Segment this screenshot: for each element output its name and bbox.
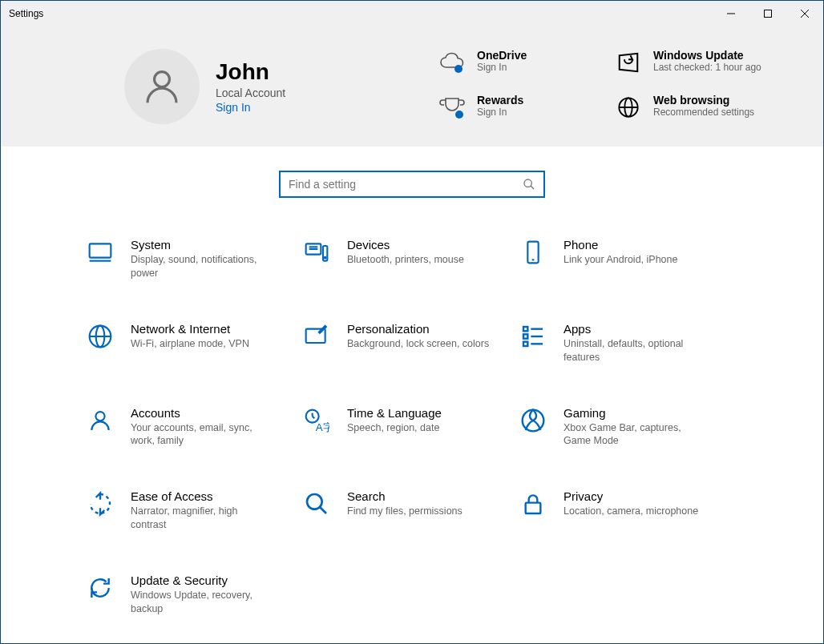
- category-sub: Speech, region, date: [347, 421, 442, 435]
- category-title: Ease of Access: [131, 489, 275, 503]
- svg-point-37: [307, 494, 322, 509]
- system-icon: [87, 239, 113, 265]
- category-sub: Uninstall, defaults, optional features: [563, 337, 708, 364]
- category-ease-of-access[interactable]: Ease of Access Narrator, magnifier, high…: [87, 489, 304, 532]
- windows-update-icon: [615, 49, 642, 76]
- user-block: John Local Account Sign In: [124, 49, 438, 124]
- category-time-language[interactable]: A字 Time & Language Speech, region, date: [304, 406, 520, 449]
- search-wrap: [1, 147, 823, 238]
- status-title: Rewards: [477, 94, 523, 107]
- status-rewards[interactable]: Rewards Sign In: [438, 94, 599, 124]
- category-title: System: [131, 238, 275, 252]
- time-language-icon: A字: [304, 408, 329, 433]
- category-devices[interactable]: Devices Bluetooth, printers, mouse: [304, 238, 520, 280]
- category-personalization[interactable]: Personalization Background, lock screen,…: [304, 322, 520, 364]
- category-privacy[interactable]: Privacy Location, camera, microphone: [520, 489, 737, 532]
- status-web-browsing[interactable]: Web browsing Recommended settings: [615, 94, 775, 124]
- svg-point-10: [524, 179, 531, 187]
- svg-rect-12: [90, 244, 111, 257]
- category-sub: Narrator, magnifier, high contrast: [131, 505, 275, 532]
- category-title: Time & Language: [347, 406, 442, 420]
- status-title: Web browsing: [653, 94, 754, 107]
- search-input[interactable]: [289, 178, 523, 191]
- network-icon: [87, 324, 113, 349]
- svg-rect-27: [523, 334, 527, 338]
- category-sub: Display, sound, notifications, power: [131, 253, 275, 280]
- rewards-icon: [438, 94, 466, 121]
- svg-text:A字: A字: [316, 421, 329, 433]
- svg-point-6: [455, 111, 463, 119]
- content: System Display, sound, notifications, po…: [1, 147, 823, 643]
- update-security-icon: [87, 575, 113, 601]
- status-title: Windows Update: [653, 49, 761, 62]
- window-title: Settings: [9, 8, 43, 19]
- category-sub: Location, camera, microphone: [563, 505, 698, 518]
- status-sub: Sign In: [477, 62, 527, 74]
- category-title: Personalization: [347, 322, 489, 336]
- status-onedrive[interactable]: OneDrive Sign In: [438, 49, 599, 79]
- status-windows-update[interactable]: Windows Update Last checked: 1 hour ago: [615, 49, 775, 79]
- category-title: Apps: [563, 322, 708, 336]
- category-title: Network & Internet: [131, 322, 249, 336]
- close-button[interactable]: [786, 1, 823, 26]
- svg-line-38: [320, 507, 326, 513]
- category-title: Phone: [563, 238, 677, 252]
- category-sub: Wi-Fi, airplane mode, VPN: [131, 337, 249, 351]
- search-icon: [523, 178, 535, 191]
- category-sub: Bluetooth, printers, mouse: [347, 253, 464, 267]
- category-title: Update & Security: [131, 574, 275, 587]
- window-controls: [713, 1, 823, 26]
- user-text: John Local Account Sign In: [216, 59, 285, 114]
- category-accounts[interactable]: Accounts Your accounts, email, sync, wor…: [87, 406, 304, 449]
- category-title: Devices: [347, 238, 464, 252]
- gaming-icon: [520, 408, 546, 433]
- category-sub: Your accounts, email, sync, work, family: [131, 421, 275, 449]
- category-search[interactable]: Search Find my files, permissions: [304, 489, 520, 532]
- category-apps[interactable]: Apps Uninstall, defaults, optional featu…: [520, 322, 737, 364]
- minimize-icon: [727, 10, 735, 18]
- status-grid: OneDrive Sign In Windows Update Last che…: [438, 49, 775, 124]
- svg-line-11: [531, 186, 534, 189]
- svg-point-16: [325, 257, 326, 259]
- privacy-icon: [520, 491, 546, 517]
- category-gaming[interactable]: Gaming Xbox Game Bar, captures, Game Mod…: [520, 406, 737, 449]
- phone-icon: [520, 239, 546, 265]
- maximize-icon: [764, 10, 772, 18]
- search-box[interactable]: [279, 171, 545, 198]
- category-system[interactable]: System Display, sound, notifications, po…: [87, 238, 304, 280]
- search-category-icon: [304, 491, 329, 517]
- svg-rect-25: [523, 327, 527, 331]
- sign-in-link[interactable]: Sign In: [216, 101, 285, 114]
- account-type: Local Account: [216, 87, 285, 99]
- category-sub: Windows Update, recovery, backup: [131, 589, 275, 616]
- titlebar: Settings: [1, 1, 823, 26]
- status-sub: Recommended settings: [653, 107, 754, 119]
- minimize-button[interactable]: [713, 1, 749, 26]
- svg-rect-29: [523, 341, 527, 345]
- user-name: John: [216, 59, 285, 85]
- maximize-button[interactable]: [749, 1, 786, 26]
- close-icon: [801, 10, 809, 18]
- ease-of-access-icon: [87, 491, 113, 517]
- onedrive-icon: [438, 49, 466, 76]
- category-sub: Link your Android, iPhone: [563, 253, 677, 267]
- svg-point-5: [454, 65, 462, 73]
- header: John Local Account Sign In OneDrive Sign…: [1, 26, 823, 147]
- settings-window: Settings John Local Account Sign: [0, 0, 824, 644]
- svg-point-31: [95, 412, 104, 421]
- devices-icon: [304, 239, 329, 265]
- status-title: OneDrive: [477, 49, 527, 62]
- apps-icon: [520, 324, 546, 349]
- user-icon: [140, 65, 184, 108]
- category-network[interactable]: Network & Internet Wi-Fi, airplane mode,…: [87, 322, 304, 364]
- category-phone[interactable]: Phone Link your Android, iPhone: [520, 238, 737, 280]
- svg-point-4: [155, 72, 170, 87]
- category-update-security[interactable]: Update & Security Windows Update, recove…: [87, 574, 304, 616]
- category-title: Accounts: [131, 406, 275, 420]
- globe-icon: [615, 94, 642, 121]
- category-title: Search: [347, 489, 462, 503]
- svg-rect-1: [765, 10, 772, 18]
- category-sub: Background, lock screen, colors: [347, 337, 489, 351]
- svg-line-34: [313, 416, 315, 418]
- accounts-icon: [87, 408, 113, 433]
